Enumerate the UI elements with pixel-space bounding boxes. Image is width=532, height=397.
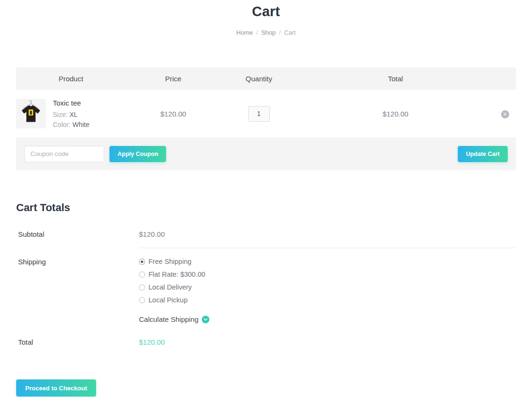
- header-price: Price: [126, 75, 221, 83]
- product-cell: Toxic tee Size: XL Color: White: [16, 99, 126, 128]
- cart-item-row: Toxic tee Size: XL Color: White $120.00 …: [16, 90, 516, 137]
- product-name[interactable]: Toxic tee: [53, 99, 89, 107]
- calculate-shipping-toggle[interactable]: Calculate Shipping: [139, 315, 209, 323]
- breadcrumb-separator: /: [256, 29, 258, 36]
- total-row: Total $120.00: [16, 338, 516, 346]
- shipping-option-local-delivery[interactable]: Local Delivery: [139, 283, 516, 291]
- chevron-down-icon[interactable]: [202, 316, 209, 323]
- page-title: Cart: [16, 4, 516, 19]
- shipping-option-label: Local Delivery: [148, 283, 192, 291]
- proceed-to-checkout-button[interactable]: Proceed to Checkout: [16, 379, 96, 397]
- shipping-option-free-shipping[interactable]: Free Shipping: [139, 258, 516, 265]
- color-label: Color:: [53, 121, 70, 128]
- header-total: Total: [297, 75, 494, 83]
- apply-coupon-button[interactable]: Apply Coupon: [109, 146, 166, 162]
- total-value: $120.00: [139, 338, 516, 346]
- shipping-options: Free Shipping Flat Rate: $300.00 Local D…: [139, 258, 516, 324]
- shipping-option-radio-2[interactable]: [139, 284, 145, 290]
- coupon-code-input[interactable]: [24, 146, 104, 162]
- tshirt-image: [17, 100, 45, 127]
- product-thumbnail[interactable]: [16, 99, 46, 128]
- product-color: Color: White: [53, 121, 89, 128]
- breadcrumb-home-link[interactable]: Home: [236, 29, 253, 36]
- header-product: Product: [16, 75, 126, 83]
- shipping-option-radio-3[interactable]: [139, 297, 145, 303]
- shipping-option-flat-rate[interactable]: Flat Rate: $300.00: [139, 271, 516, 278]
- product-info: Toxic tee Size: XL Color: White: [53, 99, 89, 128]
- breadcrumb-current: Cart: [284, 29, 296, 36]
- remove-item-icon[interactable]: ✕: [501, 110, 509, 118]
- color-value: White: [72, 121, 89, 128]
- size-label: Size:: [53, 111, 68, 118]
- subtotal-row: Subtotal $120.00: [16, 230, 516, 248]
- breadcrumb-separator: /: [279, 29, 281, 36]
- item-total: $120.00: [297, 110, 494, 118]
- shipping-option-radio-0[interactable]: [139, 259, 145, 265]
- subtotal-value: $120.00: [139, 230, 516, 248]
- cart-totals-heading: Cart Totals: [16, 202, 516, 214]
- size-value: XL: [69, 111, 78, 118]
- cart-page: Cart Home/Shop/Cart Product Price Quanti…: [0, 0, 532, 397]
- shipping-label: Shipping: [16, 258, 139, 324]
- shipping-option-label: Flat Rate: $300.00: [148, 271, 205, 278]
- cart-table-header: Product Price Quantity Total: [16, 68, 516, 90]
- shipping-row: Shipping Free Shipping Flat Rate: $300.0…: [16, 258, 516, 324]
- shipping-option-label: Free Shipping: [148, 258, 191, 265]
- cart-totals-section: Cart Totals Subtotal $120.00 Shipping Fr…: [16, 202, 516, 346]
- breadcrumb-shop-link[interactable]: Shop: [261, 29, 276, 36]
- shipping-option-local-pickup[interactable]: Local Pickup: [139, 296, 516, 304]
- header-quantity: Quantity: [221, 75, 297, 83]
- calculate-shipping-label: Calculate Shipping: [139, 315, 198, 323]
- quantity-cell: [221, 106, 297, 122]
- cart-table: Product Price Quantity Total: [16, 68, 516, 170]
- breadcrumb: Home/Shop/Cart: [16, 29, 516, 36]
- total-label: Total: [16, 338, 139, 346]
- update-cart-button[interactable]: Update Cart: [458, 146, 508, 162]
- quantity-input[interactable]: [248, 106, 270, 122]
- remove-cell: ✕: [494, 109, 516, 118]
- coupon-bar: Apply Coupon Update Cart: [16, 137, 516, 170]
- page-header: Cart Home/Shop/Cart: [16, 0, 516, 36]
- product-size: Size: XL: [53, 111, 89, 118]
- item-price: $120.00: [126, 110, 221, 118]
- shipping-option-radio-1[interactable]: [139, 271, 145, 278]
- subtotal-label: Subtotal: [16, 230, 139, 248]
- shipping-option-label: Local Pickup: [148, 296, 187, 304]
